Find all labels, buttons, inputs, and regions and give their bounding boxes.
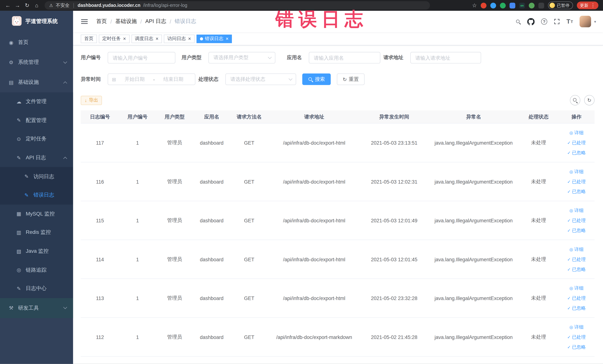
processed-link[interactable]: ✓已处理 [567, 138, 586, 148]
ignored-link[interactable]: ✓已忽略 [567, 187, 586, 197]
processed-link[interactable]: ✓已处理 [567, 176, 586, 187]
sidebar-item-home[interactable]: ◉首页 [0, 32, 73, 52]
search-button-label: 搜索 [315, 76, 325, 83]
back-button[interactable]: ← [3, 0, 13, 10]
method-cell: GET [230, 124, 268, 162]
user-id-input[interactable] [108, 52, 175, 63]
app-name-input[interactable] [309, 52, 380, 63]
eye-icon: ◎ [569, 130, 573, 135]
sidebar-item-system-mgmt[interactable]: ⚙系统管理 [0, 52, 73, 72]
chevron-up-icon [63, 81, 67, 85]
extension-icon-4[interactable] [510, 2, 515, 8]
column-header: 日志编号 [81, 110, 119, 123]
exception-cell: java.lang.IllegalArgumentException [428, 162, 519, 201]
request-url-input[interactable] [410, 52, 481, 63]
processed-link[interactable]: ✓已处理 [567, 293, 586, 303]
user-type-select[interactable]: 请选择用户类型 [208, 52, 275, 63]
ignored-link[interactable]: ✓已忽略 [567, 264, 586, 274]
sidebar-item-dev-tools[interactable]: ⚒研发工具 [0, 298, 73, 318]
reload-button[interactable]: ↻ [22, 0, 32, 10]
exception-time-range-picker[interactable]: ⊞ 开始日期 - 结束日期 [108, 73, 195, 85]
ignored-link[interactable]: ✓已忽略 [567, 225, 586, 235]
status-cell: 未处理 [519, 279, 558, 317]
forward-button[interactable]: → [13, 0, 22, 10]
chevron-down-icon[interactable]: ▾ [594, 20, 596, 24]
tab-job-log[interactable]: 调度日志× [131, 35, 162, 43]
search-icon[interactable] [516, 19, 521, 24]
active-tab-dot [200, 37, 203, 40]
ignored-link[interactable]: ✓已忽略 [567, 303, 586, 313]
tab-error-log[interactable]: 错误日志× [197, 35, 232, 43]
sidebar-item-tracer[interactable]: ◎链路追踪 [0, 260, 73, 279]
processed-link[interactable]: ✓已处理 [567, 254, 586, 264]
breadcrumb-item-home[interactable]: 首页 [96, 18, 107, 25]
sidebar-collapse-button[interactable] [79, 17, 93, 26]
fullscreen-icon[interactable] [554, 19, 560, 25]
profile-paused-chip[interactable]: 已暂停 [548, 1, 573, 9]
github-icon[interactable] [527, 18, 534, 25]
sidebar-item-redis-monitor[interactable]: ▥Redis 监控 [0, 223, 73, 242]
address-bar[interactable]: ⚠ 不安全 dashboard.yudao.iocoder.cn/infra/l… [45, 1, 430, 10]
toggle-search-button[interactable] [570, 95, 580, 105]
user-avatar[interactable] [580, 16, 591, 27]
detail-link[interactable]: ◎详细 [569, 244, 583, 254]
close-icon[interactable]: × [188, 36, 191, 41]
app-logo[interactable]: 芋道管理系统 [0, 11, 73, 32]
search-button[interactable]: 搜索 [302, 73, 331, 85]
extension-icon-7[interactable] [538, 2, 544, 8]
sidebar-item-config-mgmt[interactable]: ✎配置管理 [0, 111, 73, 130]
sidebar-item-file-mgmt[interactable]: ☁文件管理 [0, 92, 73, 111]
home-button[interactable]: ⌂ [32, 0, 42, 10]
column-header: 请求方法名 [230, 110, 268, 123]
action-label: 详细 [574, 129, 583, 136]
breadcrumb-item-infrastructure[interactable]: 基础设施 [115, 18, 137, 25]
search-icon [308, 77, 313, 82]
extension-icon-6[interactable] [529, 2, 534, 8]
sidebar-item-access-log[interactable]: ✎访问日志 [0, 167, 73, 186]
detail-link[interactable]: ◎详细 [569, 205, 583, 215]
detail-link[interactable]: ◎详细 [569, 283, 583, 293]
update-button[interactable]: 更新 ⋮ [577, 1, 598, 9]
extension-icon-2[interactable] [490, 2, 496, 8]
ignored-link[interactable]: ✓已忽略 [567, 342, 586, 352]
tab-home[interactable]: 首页 [81, 35, 97, 43]
reset-button[interactable]: ↻ 重置 [337, 73, 364, 85]
sidebar-item-error-log[interactable]: ✎错误日志 [0, 186, 73, 205]
sidebar-item-java-monitor[interactable]: ▧Java 监控 [0, 242, 73, 260]
processed-link[interactable]: ✓已处理 [567, 215, 586, 225]
eye-icon: ◎ [569, 169, 573, 174]
ignored-link[interactable]: ✓已忽略 [567, 148, 586, 158]
close-icon[interactable]: × [156, 36, 159, 41]
extension-icon-1[interactable] [481, 2, 487, 8]
sidebar-item-log-center[interactable]: ✎日志中心 [0, 279, 73, 298]
table-row: 1121管理员dashboardGET/api/infra/db-doc/exp… [81, 318, 595, 357]
export-button[interactable]: ↓ 导出 [81, 96, 102, 105]
extension-icon-5[interactable]: on [519, 2, 525, 8]
sidebar-item-scheduled-jobs[interactable]: ⊙定时任务 [0, 130, 73, 149]
detail-link[interactable]: ◎详细 [569, 128, 583, 138]
menu-kebab-icon[interactable]: ⋮ [591, 3, 595, 8]
close-icon[interactable]: × [226, 36, 229, 41]
sidebar-item-mysql-monitor[interactable]: ▦MySQL 监控 [0, 205, 73, 223]
extension-icon-3[interactable] [500, 2, 506, 8]
processed-link[interactable]: ✓已处理 [567, 332, 586, 342]
hamburger-icon [81, 19, 88, 20]
close-icon[interactable]: × [123, 36, 126, 41]
process-status-select[interactable]: 请选择处理状态 [225, 73, 296, 85]
security-label[interactable]: 不安全 [56, 2, 70, 9]
breadcrumb-item-api-log[interactable]: API 日志 [145, 18, 166, 25]
tab-job[interactable]: 定时任务× [99, 35, 129, 43]
check-icon: ✓ [567, 140, 571, 145]
tab-access-log[interactable]: 访问日志× [164, 35, 195, 43]
detail-link[interactable]: ◎详细 [569, 166, 583, 176]
log-id-cell: 113 [81, 279, 119, 317]
sidebar-item-infrastructure[interactable]: ▤基础设施 [0, 72, 73, 92]
sidebar-item-api-log[interactable]: ✎API 日志 [0, 148, 73, 167]
detail-link[interactable]: ◎详细 [569, 322, 583, 332]
breadcrumb-separator: / [140, 19, 142, 25]
bookmark-star-icon[interactable]: ☆ [472, 2, 477, 8]
filter-label: 异常时间 [81, 76, 101, 83]
refresh-table-button[interactable]: ↻ [584, 95, 594, 105]
help-icon[interactable]: ? [541, 19, 547, 25]
font-size-icon[interactable]: TT [567, 18, 573, 25]
